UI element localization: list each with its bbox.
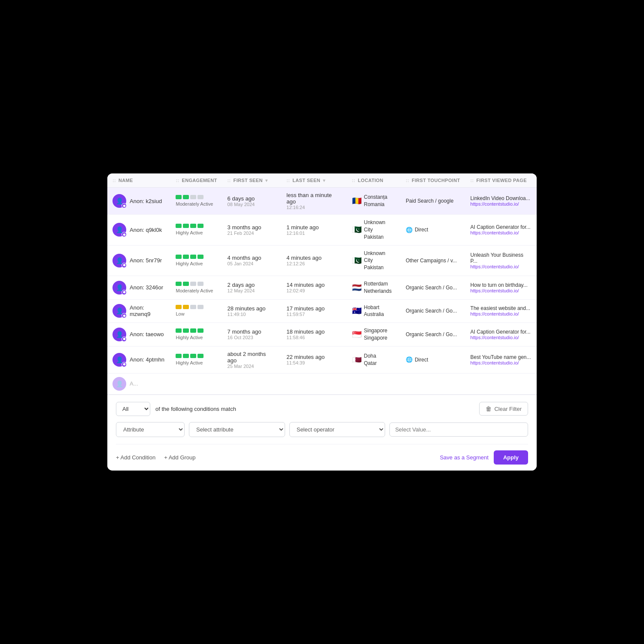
engagement-cell-5: Highly Active [170, 323, 222, 346]
first-viewed-cell-2: Unleash Your Business P... https://conte… [465, 245, 537, 276]
add-condition-button[interactable]: + Add Condition [116, 454, 155, 461]
location-city: Hobart [364, 304, 384, 311]
contact-name[interactable]: Anon: q9kl0k [130, 227, 162, 233]
country-flag: 🇸🇬 [352, 330, 361, 339]
first-viewed-url[interactable]: https://contentstudio.io/ [471, 288, 532, 293]
first-viewed-title[interactable]: The easiest website and... [471, 305, 532, 311]
country-flag: 🇵🇰 [352, 256, 361, 265]
first-viewed-title[interactable]: Best YouTube name gen... [471, 354, 532, 360]
engagement-bar [197, 255, 204, 259]
engagement-bar [176, 328, 182, 333]
country-flag: 🇦🇺 [352, 306, 361, 316]
first-viewed-url[interactable]: https://contentstudio.io/ [471, 201, 532, 207]
engagement-cell-6: Highly Active [170, 346, 222, 373]
location-cell-0: 🇷🇴 Constanța Romania [347, 188, 401, 215]
location-cell-3: 🇳🇱 Rotterdam Netherlands [347, 276, 401, 300]
col-engagement: :: ENGAGEMENT [170, 173, 222, 188]
engagement-label: Moderately Active [176, 288, 213, 293]
attribute-select[interactable]: Attribute [116, 422, 185, 437]
first-viewed-cell-4: The easiest website and... https://conte… [465, 299, 537, 323]
col-last-seen[interactable]: :: LAST SEEN ▼ [281, 173, 346, 188]
grip-icon-viewed: :: [471, 178, 474, 183]
first-viewed-title[interactable]: Unleash Your Business P... [471, 252, 532, 264]
contact-name[interactable]: Anon: 3246or [130, 284, 163, 291]
engagement-bar [176, 305, 182, 309]
location-text: Unknown City Pakistan [364, 250, 395, 271]
sort-icon-first-seen: ▼ [264, 178, 269, 183]
first-viewed-url[interactable]: https://contentstudio.io/ [471, 311, 532, 316]
grip-icon-location: :: [352, 178, 355, 183]
all-conditions-select[interactable]: All [116, 402, 150, 416]
engagement-cell-0: Moderately Active [170, 188, 222, 215]
contact-name[interactable]: Anon: 4ptmhn [130, 356, 164, 363]
location-text: Rotterdam Netherlands [364, 280, 392, 295]
table-row[interactable]: 👤 Anon: 3246or Moderately Active 2 days … [107, 276, 537, 300]
engagement-bar [183, 224, 189, 228]
table-row[interactable]: 👤 Anon: taeowo Highly Active 7 months ag… [107, 323, 537, 346]
name-cell-3: 👤 Anon: 3246or [107, 276, 170, 300]
last-seen-time: 11:54:39 [286, 360, 341, 365]
save-segment-button[interactable]: Save as a Segment [440, 454, 488, 461]
contact-name[interactable]: Anon: mzwnq9 [130, 304, 165, 317]
engagement-bar [183, 328, 189, 333]
first-viewed-title[interactable]: AI Caption Generator for... [471, 329, 532, 335]
first-viewed-url[interactable]: https://contentstudio.io/ [471, 264, 532, 269]
name-cell-5: 👤 Anon: taeowo [107, 323, 170, 346]
first-seen-date: 11:49:10 [228, 312, 276, 317]
table-row[interactable]: 👤 Anon: k2siud Moderately Active 6 days … [107, 188, 537, 215]
engagement-bar [197, 354, 204, 358]
globe-icon: 🌐 [406, 356, 413, 363]
select-operator-dropdown[interactable]: Select operator [289, 422, 386, 437]
avatar-badge [122, 362, 127, 367]
first-viewed-title[interactable]: AI Caption Generator for... [471, 224, 532, 230]
first-seen-cell-3: 2 days ago 12 May 2024 [222, 276, 282, 300]
clear-filter-button[interactable]: 🗑 Clear Filter [479, 402, 528, 416]
last-seen-cell-0: less than a minute ago 12:16:24 [281, 188, 346, 215]
select-attribute-dropdown[interactable]: Select attribute [189, 422, 285, 437]
engagement-bar [190, 255, 196, 259]
table-row[interactable]: 👤 Anon: mzwnq9 Low 28 minutes ago 11:49:… [107, 299, 537, 323]
apply-button[interactable]: Apply [494, 450, 528, 465]
name-cell-6: 👤 Anon: 4ptmhn [107, 346, 170, 373]
avatar: 👤 [112, 328, 126, 341]
avatar: 👤 [112, 194, 126, 208]
touchpoint-text: Other Campaigns / v... [406, 258, 457, 264]
col-location: :: LOCATION [347, 173, 401, 188]
svg-point-4 [123, 315, 125, 317]
last-seen-cell-6: 22 minutes ago 11:54:39 [281, 346, 346, 373]
first-seen-rel: 28 minutes ago [228, 305, 276, 312]
contact-name[interactable]: Anon: 5nr79r [130, 257, 162, 264]
contact-name[interactable]: Anon: k2siud [130, 198, 162, 204]
table-row[interactable]: 👤 Anon: q9kl0k Highly Active 3 months ag… [107, 215, 537, 245]
last-seen-cell-5: 18 minutes ago 11:58:46 [281, 323, 346, 346]
engagement-bar [197, 282, 204, 286]
contact-name[interactable]: Anon: taeowo [130, 331, 164, 337]
svg-point-6 [123, 363, 125, 366]
add-group-button[interactable]: + Add Group [164, 454, 195, 461]
select-value-input[interactable] [389, 422, 528, 437]
table-row[interactable]: 👤 Anon: 4ptmhn Highly Active about 2 mon… [107, 346, 537, 373]
first-seen-cell-2: 4 months ago 05 Jan 2024 [222, 245, 282, 276]
first-viewed-url[interactable]: https://contentstudio.io/ [471, 360, 532, 365]
table-row[interactable]: 👤 Anon: 5nr79r Highly Active 4 months ag… [107, 245, 537, 276]
first-viewed-cell-3: How to turn on birthday... https://conte… [465, 276, 537, 300]
last-seen-cell-1: 1 minute ago 12:16:01 [281, 215, 346, 245]
first-viewed-title[interactable]: LinkedIn Video Downloa... [471, 195, 532, 201]
first-viewed-url[interactable]: https://contentstudio.io/ [471, 230, 532, 235]
engagement-cell-4: Low [170, 299, 222, 323]
first-viewed-url[interactable]: https://contentstudio.io/ [471, 335, 532, 340]
touchpoint-cell-2: Other Campaigns / v... [401, 245, 465, 276]
location-cell-5: 🇸🇬 Singapore Singapore [347, 323, 401, 346]
filter-panel: All of the following conditions match 🗑 … [107, 395, 537, 471]
engagement-label: Highly Active [176, 360, 203, 365]
touchpoint-cell-4: Organic Search / Go... [401, 299, 465, 323]
location-cell-1: 🇵🇰 Unknown City Pakistan [347, 215, 401, 245]
first-viewed-title[interactable]: How to turn on birthday... [471, 282, 532, 288]
engagement-bar [190, 224, 196, 228]
engagement-bar [190, 354, 196, 358]
col-first-seen[interactable]: :: FIRST SEEN ▼ [222, 173, 282, 188]
sort-icon-last-seen: ▼ [322, 178, 326, 183]
touchpoint-text: Organic Search / Go... [406, 285, 457, 291]
trash-icon: 🗑 [486, 405, 492, 412]
engagement-bar [176, 282, 182, 286]
